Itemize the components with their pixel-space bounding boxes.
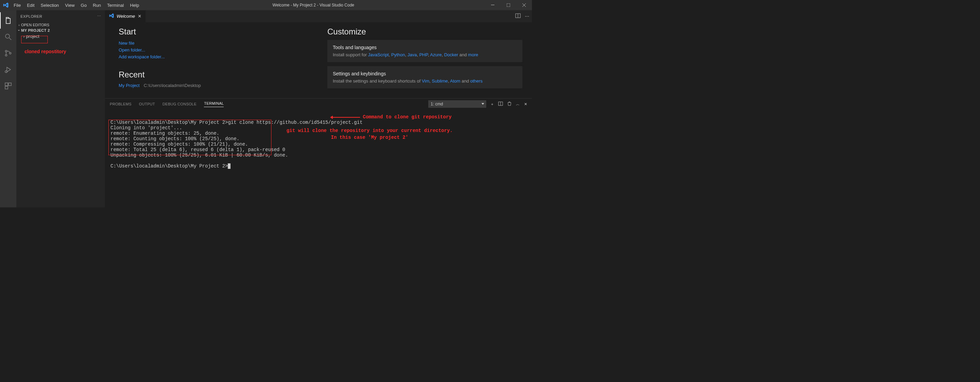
menu-file[interactable]: File xyxy=(11,2,24,9)
start-heading: Start xyxy=(119,27,314,37)
svg-point-7 xyxy=(5,54,7,56)
panel-tab-problems[interactable]: PROBLEMS xyxy=(110,102,132,106)
activity-debug[interactable] xyxy=(0,61,16,78)
workspace-label: MY PROJECT 2 xyxy=(21,28,50,32)
menu-run[interactable]: Run xyxy=(90,2,103,9)
lang-link[interactable]: Java xyxy=(407,52,417,57)
explorer-sidebar: EXPLORER ⋯ › OPEN EDITORS › MY PROJECT 2… xyxy=(16,10,105,207)
add-workspace-link[interactable]: Add workspace folder... xyxy=(119,54,314,60)
svg-rect-13 xyxy=(5,86,8,89)
lang-link[interactable]: Python xyxy=(391,52,405,57)
terminal-prompt: C:\Users\localadmin\Desktop\My Project 2… xyxy=(110,163,228,169)
kill-terminal-button[interactable] xyxy=(507,101,512,107)
keymap-link[interactable]: Sublime xyxy=(432,78,448,84)
settings-prefix: Install the settings and keyboard shortc… xyxy=(333,78,422,84)
tools-card-title: Tools and languages xyxy=(333,45,517,50)
activity-bar xyxy=(0,10,16,207)
annotation-cmd: Command to clone git repository xyxy=(363,114,452,120)
tools-languages-card: Tools and languages Install support for … xyxy=(327,40,522,62)
terminal-select[interactable]: 1: cmd xyxy=(428,100,486,108)
editor-area: Welcome ✕ ⋯ Start New file Open folder..… xyxy=(105,10,532,207)
more-link[interactable]: more xyxy=(468,52,479,57)
new-terminal-button[interactable]: ＋ xyxy=(490,102,494,107)
tools-prefix: Install support for xyxy=(333,52,368,57)
svg-rect-11 xyxy=(5,83,8,86)
svg-line-5 xyxy=(9,38,11,40)
vscode-logo-icon xyxy=(109,13,114,19)
panel-tab-debug[interactable]: DEBUG CONSOLE xyxy=(163,102,197,106)
svg-marker-9 xyxy=(7,67,11,72)
open-folder-link[interactable]: Open folder... xyxy=(119,47,314,54)
settings-card-title: Settings and keybindings xyxy=(333,71,517,76)
terminal-output[interactable]: C:\Users\localadmin\Desktop\My Project 2… xyxy=(105,110,532,207)
chevron-down-icon: › xyxy=(17,30,21,31)
minimize-button[interactable] xyxy=(485,0,501,10)
panel-tab-output[interactable]: OUTPUT xyxy=(139,102,155,106)
close-panel-button[interactable]: ✕ xyxy=(524,102,527,107)
activity-explorer[interactable] xyxy=(0,12,16,29)
recent-project-link[interactable]: My Project xyxy=(119,83,140,88)
open-editors-section[interactable]: › OPEN EDITORS xyxy=(16,22,105,28)
svg-point-4 xyxy=(5,34,10,38)
terminal-caret xyxy=(228,163,231,169)
annotation-cloned-repo: cloned repostitory xyxy=(25,49,66,54)
new-file-link[interactable]: New file xyxy=(119,40,314,47)
settings-keybindings-card: Settings and keybindings Install the set… xyxy=(327,66,522,88)
window-title: Welcome - My Project 2 - Visual Studio C… xyxy=(142,3,485,8)
svg-point-6 xyxy=(5,51,7,52)
maximize-panel-button[interactable]: ︿ xyxy=(516,102,520,107)
menu-view[interactable]: View xyxy=(62,2,77,9)
close-window-button[interactable] xyxy=(516,0,532,10)
close-tab-button[interactable]: ✕ xyxy=(138,14,142,19)
keymap-link[interactable]: Vim xyxy=(422,78,429,84)
svg-rect-12 xyxy=(8,83,11,86)
customize-heading: Customize xyxy=(327,27,522,37)
annotation-box xyxy=(108,120,271,155)
activity-source-control[interactable] xyxy=(0,45,16,61)
tab-label: Welcome xyxy=(117,14,135,19)
svg-rect-1 xyxy=(507,3,510,7)
panel-tab-terminal[interactable]: TERMINAL xyxy=(204,101,224,107)
activity-search[interactable] xyxy=(0,29,16,45)
welcome-page: Start New file Open folder... Add worksp… xyxy=(105,22,532,98)
recent-heading: Recent xyxy=(119,70,314,80)
split-terminal-button[interactable] xyxy=(498,101,503,107)
tab-bar: Welcome ✕ ⋯ xyxy=(105,10,532,22)
recent-project-path: C:\Users\localadmin\Desktop xyxy=(143,83,201,88)
menu-go[interactable]: Go xyxy=(78,2,89,9)
menu-selection[interactable]: Selection xyxy=(38,2,61,9)
maximize-button[interactable] xyxy=(501,0,516,10)
menu-edit[interactable]: Edit xyxy=(24,2,37,9)
annotation-arrow xyxy=(333,117,360,118)
annotation-explain2: In this case 'My project 2' xyxy=(278,135,462,140)
tab-welcome[interactable]: Welcome ✕ xyxy=(105,10,146,22)
lang-link[interactable]: JavaScript xyxy=(368,52,389,57)
keymap-link[interactable]: Atom xyxy=(450,78,460,84)
bottom-panel: PROBLEMS OUTPUT DEBUG CONSOLE TERMINAL 1… xyxy=(105,98,532,207)
chevron-right-icon: › xyxy=(18,23,20,27)
open-editors-label: OPEN EDITORS xyxy=(21,23,49,27)
tools-and: and xyxy=(458,52,468,57)
explorer-title: EXPLORER xyxy=(21,14,42,18)
settings-and: and xyxy=(460,78,470,84)
annotation-explain1: git will clone the repository into your … xyxy=(278,128,462,134)
more-actions-icon[interactable]: ⋯ xyxy=(525,14,529,19)
others-link[interactable]: others xyxy=(470,78,482,84)
workspace-section[interactable]: › MY PROJECT 2 xyxy=(16,28,105,33)
split-editor-icon[interactable] xyxy=(515,13,521,19)
activity-extensions[interactable] xyxy=(0,78,16,94)
explorer-more-icon[interactable]: ⋯ xyxy=(97,14,101,18)
menubar: File Edit Selection View Go Run Terminal… xyxy=(11,2,142,9)
annotation-box xyxy=(21,36,48,43)
lang-link[interactable]: PHP xyxy=(419,52,428,57)
svg-point-8 xyxy=(10,53,11,54)
lang-link[interactable]: Azure xyxy=(430,52,442,57)
menu-terminal[interactable]: Terminal xyxy=(104,2,127,9)
vscode-logo-icon xyxy=(3,2,9,8)
titlebar: File Edit Selection View Go Run Terminal… xyxy=(0,0,532,10)
lang-link[interactable]: Docker xyxy=(444,52,458,57)
menu-help[interactable]: Help xyxy=(127,2,142,9)
